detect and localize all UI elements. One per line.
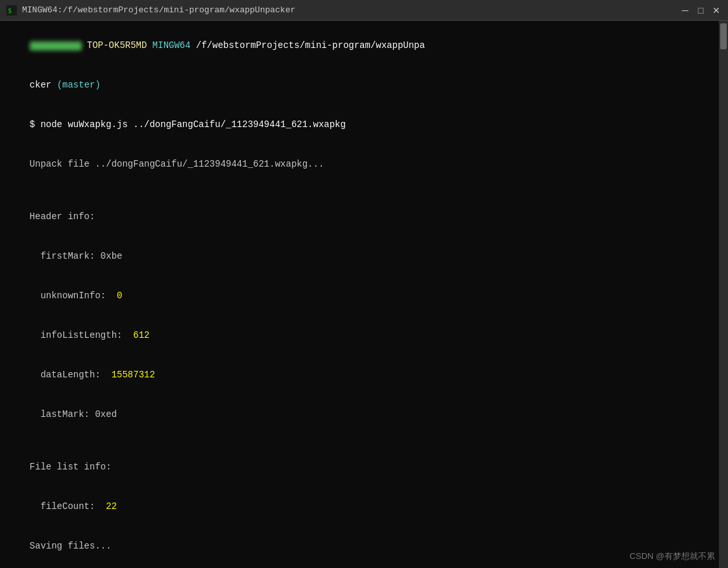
file-list-title: File list info:: [8, 447, 720, 487]
prompt-line2: cker (master): [8, 65, 720, 105]
watermark: CSDN @有梦想就不累: [629, 550, 715, 563]
maximize-button[interactable]: □: [696, 5, 706, 16]
info-list-length-line: infoListLength: 612: [8, 316, 720, 355]
branch-label: (master): [57, 80, 101, 90]
svg-text:$: $: [8, 7, 12, 14]
unpack-done-line: Unpack done.: [8, 565, 720, 568]
title-bar: $ MINGW64:/f/webstormProjects/mini-progr…: [0, 0, 728, 21]
hostname-label: TOP-OK5R5MD: [82, 40, 152, 51]
mingw64-label: MINGW64: [152, 40, 196, 51]
command-line: $ node wuWxapkg.js ../dongFangCaifu/_112…: [8, 105, 720, 145]
command-text: $ node wuWxapkg.js ../dongFangCaifu/_112…: [30, 119, 346, 130]
last-mark-line: lastMark: 0xed: [8, 394, 720, 434]
scrollbar-thumb[interactable]: [720, 23, 727, 49]
path-label: /f/webstormProjects/mini-program/wxappUn…: [196, 40, 425, 51]
title-bar-text: MINGW64:/f/webstormProjects/mini-program…: [22, 5, 680, 15]
blank-line2: [8, 434, 720, 447]
username-blurred: [30, 41, 82, 51]
saving-files-line: Saving files...: [8, 526, 720, 565]
header-info-title: Header info:: [8, 197, 720, 237]
minimize-button[interactable]: ─: [680, 5, 690, 16]
prompt-line: TOP-OK5R5MD MINGW64 /f/webstormProjects/…: [8, 26, 720, 65]
title-bar-controls: ─ □ ✕: [680, 5, 722, 16]
unknown-info-line: unknownInfo: 0: [8, 276, 720, 316]
app-icon: $: [6, 5, 17, 16]
path-label2: cker: [30, 80, 57, 90]
blank-line1: [8, 184, 720, 197]
close-button[interactable]: ✕: [711, 5, 722, 16]
scrollbar[interactable]: [719, 21, 728, 568]
file-count-line: fileCount: 22: [8, 486, 720, 526]
data-length-line: dataLength: 15587312: [8, 355, 720, 394]
terminal-output: TOP-OK5R5MD MINGW64 /f/webstormProjects/…: [0, 21, 728, 568]
unpack-text: Unpack file ../dongFangCaifu/_1123949441…: [30, 159, 324, 169]
first-mark-line: firstMark: 0xbe: [8, 237, 720, 276]
unpack-file-line: Unpack file ../dongFangCaifu/_1123949441…: [8, 145, 720, 184]
